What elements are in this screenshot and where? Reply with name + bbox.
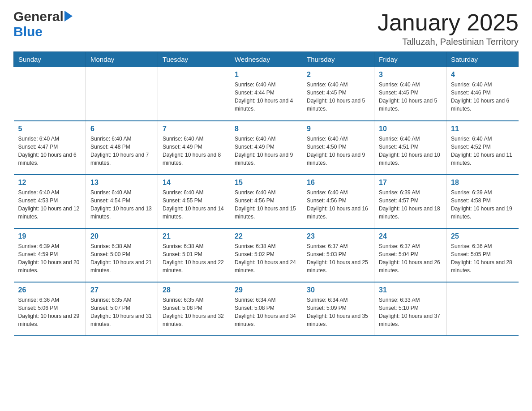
day-cell: 28Sunrise: 6:35 AM Sunset: 5:08 PM Dayli…	[158, 282, 230, 336]
day-number: 2	[307, 71, 369, 79]
week-row-3: 12Sunrise: 6:40 AM Sunset: 4:53 PM Dayli…	[14, 175, 519, 228]
day-cell: 23Sunrise: 6:37 AM Sunset: 5:03 PM Dayli…	[302, 228, 374, 282]
day-info: Sunrise: 6:34 AM Sunset: 5:09 PM Dayligh…	[307, 296, 369, 328]
day-info: Sunrise: 6:39 AM Sunset: 4:58 PM Dayligh…	[451, 188, 514, 221]
day-info: Sunrise: 6:35 AM Sunset: 5:08 PM Dayligh…	[163, 296, 225, 328]
day-number: 13	[90, 179, 153, 187]
week-row-2: 5Sunrise: 6:40 AM Sunset: 4:47 PM Daylig…	[14, 121, 519, 175]
day-number: 31	[379, 286, 442, 294]
title-section: January 2025 Talluzah, Palestinian Terri…	[378, 9, 519, 47]
day-info: Sunrise: 6:40 AM Sunset: 4:54 PM Dayligh…	[90, 188, 153, 221]
day-info: Sunrise: 6:40 AM Sunset: 4:55 PM Dayligh…	[163, 188, 225, 221]
day-cell: 17Sunrise: 6:39 AM Sunset: 4:57 PM Dayli…	[374, 175, 446, 228]
day-cell: 4Sunrise: 6:40 AM Sunset: 4:46 PM Daylig…	[446, 67, 519, 121]
day-cell	[14, 67, 86, 121]
day-info: Sunrise: 6:40 AM Sunset: 4:51 PM Dayligh…	[379, 135, 442, 167]
day-info: Sunrise: 6:40 AM Sunset: 4:45 PM Dayligh…	[307, 81, 369, 113]
day-cell: 20Sunrise: 6:38 AM Sunset: 5:00 PM Dayli…	[86, 228, 158, 282]
day-info: Sunrise: 6:33 AM Sunset: 5:10 PM Dayligh…	[379, 296, 442, 328]
logo-triangle-icon	[64, 11, 73, 22]
day-number: 8	[235, 125, 297, 133]
month-title: January 2025	[378, 9, 519, 36]
day-number: 11	[451, 125, 514, 133]
day-cell: 1Sunrise: 6:40 AM Sunset: 4:44 PM Daylig…	[230, 67, 302, 121]
day-cell: 2Sunrise: 6:40 AM Sunset: 4:45 PM Daylig…	[302, 67, 374, 121]
day-info: Sunrise: 6:39 AM Sunset: 4:57 PM Dayligh…	[379, 188, 442, 221]
day-number: 14	[163, 179, 225, 187]
week-row-1: 1Sunrise: 6:40 AM Sunset: 4:44 PM Daylig…	[14, 67, 519, 121]
day-cell: 16Sunrise: 6:40 AM Sunset: 4:56 PM Dayli…	[302, 175, 374, 228]
day-info: Sunrise: 6:40 AM Sunset: 4:49 PM Dayligh…	[235, 135, 297, 167]
day-cell: 9Sunrise: 6:40 AM Sunset: 4:50 PM Daylig…	[302, 121, 374, 175]
day-info: Sunrise: 6:40 AM Sunset: 4:56 PM Dayligh…	[235, 188, 297, 221]
day-cell: 5Sunrise: 6:40 AM Sunset: 4:47 PM Daylig…	[14, 121, 86, 175]
day-number: 27	[90, 286, 153, 294]
page-header: General Blue January 2025 Talluzah, Pale…	[13, 9, 519, 47]
day-info: Sunrise: 6:36 AM Sunset: 5:06 PM Dayligh…	[18, 296, 82, 328]
day-cell: 24Sunrise: 6:37 AM Sunset: 5:04 PM Dayli…	[374, 228, 446, 282]
day-info: Sunrise: 6:40 AM Sunset: 4:44 PM Dayligh…	[235, 81, 297, 113]
day-info: Sunrise: 6:37 AM Sunset: 5:03 PM Dayligh…	[307, 242, 369, 274]
day-number: 6	[90, 125, 153, 133]
day-number: 15	[235, 179, 297, 187]
day-number: 10	[379, 125, 442, 133]
day-cell: 7Sunrise: 6:40 AM Sunset: 4:49 PM Daylig…	[158, 121, 230, 175]
day-cell	[86, 67, 158, 121]
logo: General Blue	[13, 9, 73, 39]
day-info: Sunrise: 6:40 AM Sunset: 4:52 PM Dayligh…	[451, 135, 514, 167]
calendar-table: SundayMondayTuesdayWednesdayThursdayFrid…	[13, 51, 519, 336]
day-number: 25	[451, 232, 514, 240]
day-number: 3	[379, 71, 442, 79]
day-cell: 27Sunrise: 6:35 AM Sunset: 5:07 PM Dayli…	[86, 282, 158, 336]
day-number: 24	[379, 232, 442, 240]
day-number: 28	[163, 286, 225, 294]
day-number: 1	[235, 71, 297, 79]
day-info: Sunrise: 6:37 AM Sunset: 5:04 PM Dayligh…	[379, 242, 442, 274]
day-number: 5	[18, 125, 82, 133]
day-number: 22	[235, 232, 297, 240]
day-cell: 19Sunrise: 6:39 AM Sunset: 4:59 PM Dayli…	[14, 228, 86, 282]
day-cell: 8Sunrise: 6:40 AM Sunset: 4:49 PM Daylig…	[230, 121, 302, 175]
day-number: 30	[307, 286, 369, 294]
day-cell: 29Sunrise: 6:34 AM Sunset: 5:08 PM Dayli…	[230, 282, 302, 336]
day-number: 4	[451, 71, 514, 79]
day-info: Sunrise: 6:40 AM Sunset: 4:46 PM Dayligh…	[451, 81, 514, 113]
day-cell	[446, 282, 519, 336]
day-cell: 30Sunrise: 6:34 AM Sunset: 5:09 PM Dayli…	[302, 282, 374, 336]
day-cell: 14Sunrise: 6:40 AM Sunset: 4:55 PM Dayli…	[158, 175, 230, 228]
day-number: 17	[379, 179, 442, 187]
day-cell: 26Sunrise: 6:36 AM Sunset: 5:06 PM Dayli…	[14, 282, 86, 336]
day-cell: 13Sunrise: 6:40 AM Sunset: 4:54 PM Dayli…	[86, 175, 158, 228]
day-info: Sunrise: 6:34 AM Sunset: 5:08 PM Dayligh…	[235, 296, 297, 328]
day-number: 29	[235, 286, 297, 294]
header-day-sunday: Sunday	[14, 52, 86, 67]
header-day-wednesday: Wednesday	[230, 52, 302, 67]
day-cell: 25Sunrise: 6:36 AM Sunset: 5:05 PM Dayli…	[446, 228, 519, 282]
day-info: Sunrise: 6:38 AM Sunset: 5:00 PM Dayligh…	[90, 242, 153, 274]
day-info: Sunrise: 6:40 AM Sunset: 4:49 PM Dayligh…	[163, 135, 225, 167]
day-info: Sunrise: 6:38 AM Sunset: 5:01 PM Dayligh…	[163, 242, 225, 274]
day-number: 21	[163, 232, 225, 240]
day-cell: 15Sunrise: 6:40 AM Sunset: 4:56 PM Dayli…	[230, 175, 302, 228]
svg-marker-0	[64, 11, 73, 21]
day-number: 23	[307, 232, 369, 240]
location-label: Talluzah, Palestinian Territory	[378, 37, 519, 47]
day-info: Sunrise: 6:36 AM Sunset: 5:05 PM Dayligh…	[451, 242, 514, 274]
day-info: Sunrise: 6:40 AM Sunset: 4:56 PM Dayligh…	[307, 188, 369, 221]
day-number: 20	[90, 232, 153, 240]
day-cell: 31Sunrise: 6:33 AM Sunset: 5:10 PM Dayli…	[374, 282, 446, 336]
day-cell: 22Sunrise: 6:38 AM Sunset: 5:02 PM Dayli…	[230, 228, 302, 282]
header-day-saturday: Saturday	[446, 52, 519, 67]
calendar-body: 1Sunrise: 6:40 AM Sunset: 4:44 PM Daylig…	[14, 67, 519, 336]
logo-general-text: General	[13, 9, 64, 24]
week-row-4: 19Sunrise: 6:39 AM Sunset: 4:59 PM Dayli…	[14, 228, 519, 282]
logo-blue-text: Blue	[13, 24, 43, 39]
header-day-monday: Monday	[86, 52, 158, 67]
week-row-5: 26Sunrise: 6:36 AM Sunset: 5:06 PM Dayli…	[14, 282, 519, 336]
day-info: Sunrise: 6:40 AM Sunset: 4:47 PM Dayligh…	[18, 135, 82, 167]
day-number: 9	[307, 125, 369, 133]
day-info: Sunrise: 6:35 AM Sunset: 5:07 PM Dayligh…	[90, 296, 153, 328]
day-info: Sunrise: 6:40 AM Sunset: 4:50 PM Dayligh…	[307, 135, 369, 167]
day-cell: 3Sunrise: 6:40 AM Sunset: 4:45 PM Daylig…	[374, 67, 446, 121]
day-info: Sunrise: 6:40 AM Sunset: 4:45 PM Dayligh…	[379, 81, 442, 113]
